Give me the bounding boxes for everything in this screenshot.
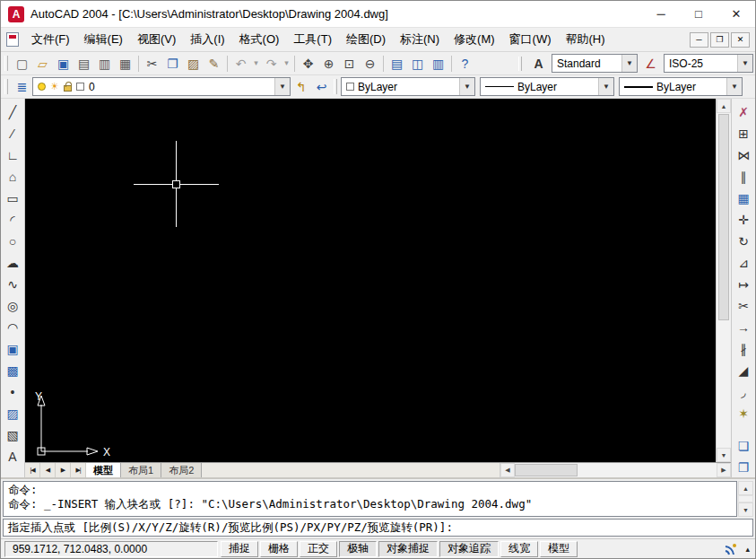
zoom-window-icon[interactable]: ⊡	[339, 54, 360, 74]
mirror-icon[interactable]: ⋈	[733, 144, 754, 165]
chamfer-icon[interactable]: ◢	[733, 360, 754, 380]
circle-icon[interactable]: ○	[2, 231, 23, 251]
chevron-down-icon[interactable]: ▼	[459, 78, 474, 95]
layer-color-swatch[interactable]	[76, 83, 84, 91]
scroll-up-icon[interactable]: ▲	[738, 481, 753, 495]
toggle-lineweight[interactable]: 线宽	[500, 541, 538, 557]
tool-palettes-icon[interactable]: ▥	[428, 54, 448, 74]
spline-icon[interactable]: ∿	[2, 274, 23, 294]
layer-lock-icon[interactable]	[64, 85, 72, 92]
horizontal-scrollbar[interactable]: ◀ ▶	[500, 463, 731, 477]
menu-format[interactable]: 格式(O)	[232, 28, 287, 51]
zoom-realtime-icon[interactable]: ⊕	[318, 54, 339, 74]
communication-center-icon[interactable]	[724, 542, 738, 556]
match-properties-icon[interactable]: ✎	[204, 54, 224, 74]
copy-object-icon[interactable]: ⊞	[733, 123, 754, 144]
layer-properties-manager-icon[interactable]: ≣	[12, 77, 32, 97]
cut-icon[interactable]: ✂	[142, 54, 162, 74]
chevron-down-icon[interactable]: ▼	[737, 55, 752, 72]
polyline-icon[interactable]: ∟	[2, 144, 23, 165]
drawing-file-icon[interactable]	[6, 32, 19, 47]
scroll-up-icon[interactable]: ▲	[717, 99, 731, 113]
toggle-ortho[interactable]: 正交	[300, 541, 337, 557]
break-icon[interactable]: ∦	[733, 338, 754, 359]
redo-arrow-icon[interactable]: ▾	[282, 54, 291, 74]
rectangle-icon[interactable]: ▭	[2, 188, 23, 208]
toggle-polar[interactable]: 极轴	[339, 541, 377, 557]
open-icon[interactable]: ▱	[32, 54, 53, 74]
toggle-osnap[interactable]: 对象捕捉	[378, 541, 438, 557]
properties-icon[interactable]: ▤	[387, 54, 407, 74]
status-menu-arrow-icon[interactable]: ▴	[745, 545, 750, 554]
toggle-snap[interactable]: 捕捉	[221, 541, 258, 557]
command-scroll-track[interactable]	[738, 495, 753, 502]
maximize-button[interactable]: □	[680, 1, 717, 27]
toolbar-grip[interactable]	[4, 79, 8, 94]
revision-cloud-icon[interactable]: ☁	[2, 252, 23, 273]
vertical-scroll-thumb[interactable]	[718, 114, 729, 320]
layer-previous-icon[interactable]: ↩	[311, 77, 332, 97]
linetype-control-combo[interactable]: ByLayer ▼	[480, 77, 614, 96]
toolbar-grip[interactable]	[334, 79, 337, 94]
redo-icon[interactable]: ↷	[261, 54, 282, 74]
plot-icon[interactable]: ▤	[74, 54, 94, 74]
tab-nav-next[interactable]: ▶	[56, 463, 71, 477]
menu-file[interactable]: 文件(F)	[24, 28, 77, 51]
tab-layout1[interactable]: 布局1	[121, 463, 161, 477]
zoom-previous-icon[interactable]: ⊖	[360, 54, 380, 74]
menu-tools[interactable]: 工具(T)	[286, 28, 339, 51]
menu-help[interactable]: 帮助(H)	[559, 28, 613, 51]
offset-icon[interactable]: ∥	[733, 166, 754, 187]
text-style-combo[interactable]: Standard ▼	[552, 54, 638, 73]
tab-nav-prev[interactable]: ◀	[40, 463, 56, 477]
arc-icon[interactable]: ◜	[2, 209, 23, 230]
text-style-icon[interactable]: A	[528, 54, 549, 74]
scale-icon[interactable]: ⊿	[733, 252, 754, 273]
construction-line-icon[interactable]: ⁄	[2, 123, 23, 144]
help-icon[interactable]: ?	[455, 54, 475, 74]
point-icon[interactable]: •	[2, 381, 23, 402]
draworder-front-icon[interactable]: ❏	[733, 435, 754, 456]
tab-nav-first[interactable]: |◀	[25, 463, 40, 477]
menu-view[interactable]: 视图(V)	[130, 28, 183, 51]
drawing-canvas[interactable]: Y X	[25, 99, 716, 462]
undo-arrow-icon[interactable]: ▾	[251, 54, 261, 74]
hatch-icon[interactable]: ▨	[2, 403, 23, 424]
menu-dimension[interactable]: 标注(N)	[393, 28, 447, 51]
command-input[interactable]: 指定插入点或 [比例(S)/X/Y/Z/旋转(R)/预览比例(PS)/PX/PY…	[3, 519, 753, 537]
horizontal-scroll-track[interactable]	[578, 463, 717, 477]
vertical-scroll-track[interactable]	[717, 321, 731, 448]
scroll-right-icon[interactable]: ▶	[717, 463, 731, 477]
chevron-down-icon[interactable]: ▼	[274, 78, 290, 95]
command-scrollbar[interactable]: ▲ ▼	[738, 481, 753, 517]
trim-icon[interactable]: ✂	[733, 295, 754, 316]
publish-icon[interactable]: ▦	[115, 54, 135, 74]
make-object-layer-current-icon[interactable]: ↰	[291, 77, 311, 97]
tab-model[interactable]: 模型	[86, 463, 121, 477]
horizontal-scroll-thumb[interactable]	[515, 464, 578, 476]
toggle-otrack[interactable]: 对象追踪	[439, 541, 499, 557]
layer-combo[interactable]: ☀ 0 ▼	[32, 77, 291, 96]
toolbar-grip[interactable]	[4, 56, 8, 71]
array-icon[interactable]: ▦	[733, 188, 754, 208]
vertical-scrollbar[interactable]: ▲ ▼	[716, 99, 731, 462]
chevron-down-icon[interactable]: ▼	[726, 78, 742, 95]
designcenter-icon[interactable]: ◫	[407, 54, 428, 74]
toggle-grid[interactable]: 栅格	[260, 541, 298, 557]
pan-realtime-icon[interactable]: ✥	[298, 54, 318, 74]
move-icon[interactable]: ✛	[733, 209, 754, 230]
make-block-icon[interactable]: ▩	[2, 360, 23, 380]
erase-icon[interactable]: ✗	[733, 101, 754, 122]
mdi-minimize-button[interactable]: ─	[690, 32, 708, 48]
tab-layout2[interactable]: 布局2	[161, 463, 202, 477]
save-icon[interactable]: ▣	[53, 54, 74, 74]
dim-style-icon[interactable]: ∠	[640, 54, 661, 74]
extend-icon[interactable]: →	[733, 317, 754, 337]
lineweight-control-combo[interactable]: ByLayer ▼	[619, 77, 743, 96]
mdi-close-button[interactable]: ✕	[731, 32, 750, 48]
menu-insert[interactable]: 插入(I)	[183, 28, 231, 51]
insert-block-icon[interactable]: ▣	[2, 338, 23, 359]
chevron-down-icon[interactable]: ▼	[598, 78, 613, 95]
layer-on-bulb-icon[interactable]	[38, 83, 46, 91]
explode-icon[interactable]: ✶	[733, 403, 754, 424]
